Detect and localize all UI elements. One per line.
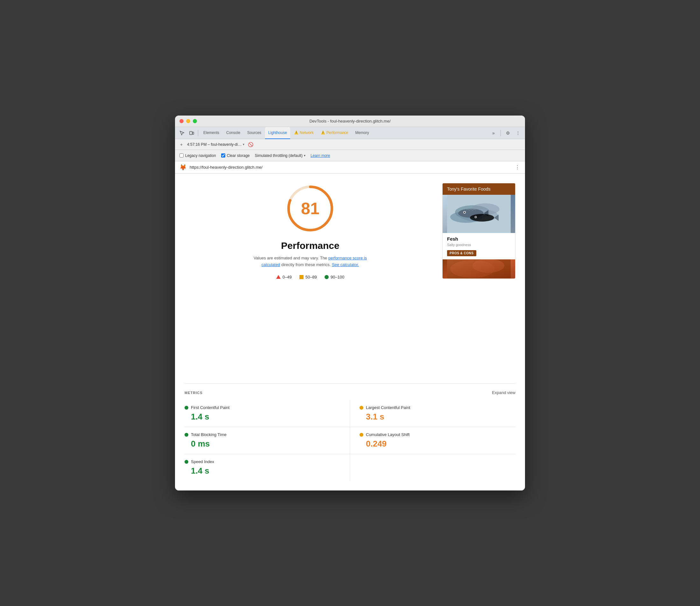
cls-status-dot: [360, 433, 363, 437]
clear-storage-checkbox-label[interactable]: Clear storage: [221, 154, 250, 158]
tab-sources-label: Sources: [247, 131, 261, 135]
tbt-label: Total Blocking Time: [191, 432, 226, 437]
tab-performance[interactable]: ⚠️ Performance: [317, 127, 352, 139]
tab-console[interactable]: Console: [223, 127, 243, 139]
metrics-header: METRICS Expand view: [185, 390, 515, 395]
performance-description: Values are estimated and may vary. The p…: [247, 255, 374, 268]
si-status-dot: [185, 460, 188, 464]
tab-console-label: Console: [226, 131, 240, 135]
clear-storage-checkbox[interactable]: [221, 154, 225, 158]
legend-good: 90–100: [324, 275, 344, 279]
tabs-overflow: » ⚙ ⋮: [489, 129, 523, 138]
more-options-icon[interactable]: ⋮: [513, 129, 523, 138]
preview-card: Tony's Favorite Foods: [442, 183, 515, 279]
fcp-status-dot: [185, 406, 188, 410]
minimize-button[interactable]: [186, 119, 190, 123]
session-caret: ▾: [243, 143, 244, 146]
metric-cls: Cumulative Layout Shift 0.249: [350, 427, 515, 454]
si-label: Speed Index: [191, 459, 214, 464]
tbt-label-row: Total Blocking Time: [185, 432, 340, 437]
more-tabs-button[interactable]: »: [489, 129, 498, 138]
main-content: 81 Performance Values are estimated and …: [175, 173, 525, 377]
options-row: Legacy navigation Clear storage Simulate…: [175, 150, 525, 161]
svg-rect-20: [447, 259, 511, 279]
tbt-value: 0 ms: [185, 439, 340, 449]
tab-network[interactable]: ⚠️ Network: [291, 127, 317, 139]
preview-second-image: [442, 259, 515, 279]
url-more-options[interactable]: ⋮: [515, 164, 521, 170]
good-icon: [324, 275, 329, 279]
devtools-window: DevTools - foul-heavenly-direction.glitc…: [175, 116, 525, 490]
tbt-status-dot: [185, 433, 188, 437]
metric-lcp: Largest Contentful Paint 3.1 s: [350, 400, 515, 427]
fcp-label: First Contentful Paint: [191, 405, 230, 410]
close-button[interactable]: [179, 119, 184, 123]
svg-point-16: [475, 216, 476, 218]
tab-lighthouse[interactable]: Lighthouse: [265, 127, 290, 139]
food-desc: Salty goodness: [447, 243, 511, 247]
settings-icon[interactable]: ⚙: [503, 129, 512, 138]
tab-elements-label: Elements: [203, 131, 219, 135]
inspect-element-icon[interactable]: [177, 129, 187, 138]
pros-cons-button[interactable]: PROS & CONS: [447, 250, 476, 256]
maximize-button[interactable]: [193, 119, 197, 123]
tab-sources[interactable]: Sources: [244, 127, 264, 139]
desc-mid: directly from these metrics.: [281, 262, 331, 267]
metric-fcp: First Contentful Paint 1.4 s: [185, 400, 350, 427]
lcp-label-row: Largest Contentful Paint: [360, 405, 515, 410]
metrics-grid: First Contentful Paint 1.4 s Largest Con…: [185, 400, 515, 481]
legacy-nav-checkbox-label[interactable]: Legacy navigation: [179, 154, 216, 158]
lcp-status-dot: [360, 406, 363, 410]
site-icon: 🦊: [179, 164, 187, 171]
performance-title: Performance: [281, 240, 339, 251]
fail-icon: [276, 275, 281, 279]
metrics-section: METRICS Expand view First Contentful Pai…: [175, 377, 525, 490]
right-panel: Tony's Favorite Foods: [442, 183, 515, 368]
cls-value: 0.249: [360, 439, 515, 449]
fcp-value: 1.4 s: [185, 412, 340, 422]
no-icon[interactable]: 🚫: [247, 141, 254, 148]
score-number: 81: [301, 199, 319, 218]
lcp-label: Largest Contentful Paint: [366, 405, 410, 410]
metrics-divider: [185, 383, 515, 384]
network-warning-icon: ⚠️: [294, 131, 298, 135]
right-divider: [501, 130, 501, 136]
title-bar: DevTools - foul-heavenly-direction.glitc…: [175, 116, 525, 127]
tab-memory-label: Memory: [356, 131, 369, 135]
expand-view-button[interactable]: Expand view: [492, 390, 515, 395]
good-range: 90–100: [331, 275, 344, 279]
cls-label-row: Cumulative Layout Shift: [360, 432, 515, 437]
svg-rect-1: [193, 132, 194, 134]
toolbar: + 4:57:16 PM – foul-heavenly-di… ▾ 🚫: [175, 139, 525, 150]
si-value: 1.4 s: [185, 466, 340, 476]
metric-si: Speed Index 1.4 s: [185, 454, 350, 481]
desc-static: Values are estimated and may vary. The: [254, 256, 327, 260]
legacy-nav-label: Legacy navigation: [185, 154, 216, 158]
score-circle-container: 81: [285, 183, 336, 234]
svg-rect-0: [190, 132, 192, 135]
legend-fail: 0–49: [276, 275, 292, 279]
left-panel: 81 Performance Values are estimated and …: [185, 183, 442, 368]
average-icon: [299, 275, 304, 279]
learn-more-link[interactable]: Learn more: [311, 154, 330, 158]
tab-elements[interactable]: Elements: [200, 127, 222, 139]
metric-tbt: Total Blocking Time 0 ms: [185, 427, 350, 454]
legacy-nav-checkbox[interactable]: [179, 154, 184, 158]
add-button[interactable]: +: [178, 141, 185, 148]
fish-svg: [442, 195, 515, 233]
fail-range: 0–49: [283, 275, 292, 279]
traffic-lights: [179, 119, 197, 123]
svg-point-14: [464, 212, 465, 213]
average-range: 50–89: [306, 275, 317, 279]
session-selector[interactable]: 4:57:16 PM – foul-heavenly-di… ▾: [187, 142, 244, 147]
preview-body: Fesh Salty goodness PROS & CONS: [442, 233, 515, 259]
throttle-select[interactable]: Simulated throttling (default) ▾: [255, 154, 306, 158]
fcp-label-row: First Contentful Paint: [185, 405, 340, 410]
calculator-link[interactable]: See calculator.: [332, 262, 359, 267]
url-bar: 🦊 https://foul-heavenly-direction.glitch…: [175, 161, 525, 173]
device-toolbar-icon[interactable]: [187, 129, 196, 138]
food-name: Fesh: [447, 236, 511, 241]
second-food-svg: [442, 259, 515, 279]
url-text: https://foul-heavenly-direction.glitch.m…: [190, 165, 512, 170]
tab-memory[interactable]: Memory: [352, 127, 372, 139]
